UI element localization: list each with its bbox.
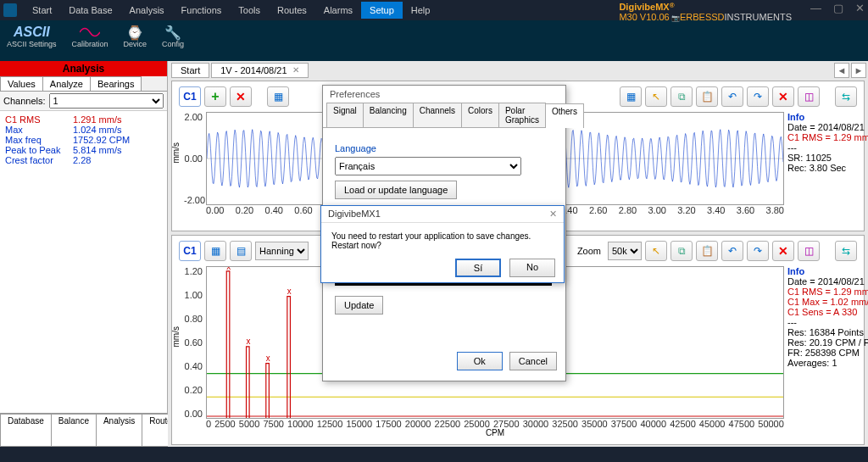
menu-bar: Start Data Base Analysis Functions Tools… (0, 0, 868, 20)
brand-name: DigivibeMX (619, 2, 669, 12)
menu-database[interactable]: Data Base (60, 2, 120, 19)
ok-button[interactable]: Ok (457, 352, 503, 370)
msgbox-buttons: Sí No (455, 259, 555, 277)
prefs-tabs: Signal Balancing Channels Colors Polar G… (323, 103, 565, 128)
doc-tab-record[interactable]: 1V - 2014/08/21✕ (211, 63, 308, 78)
tab-nav-right[interactable]: ► (851, 63, 866, 78)
no-button[interactable]: No (509, 259, 555, 277)
channel-button[interactable]: C1 (179, 241, 201, 261)
info-header: Info (787, 266, 857, 276)
brand-block: DigivibeMX® M30 V10.06 📷ERBESSDINSTRUMEN… (619, 2, 792, 22)
svg-text:x: x (226, 266, 231, 271)
paste-icon[interactable]: 📋 (696, 86, 718, 107)
menu-tools[interactable]: Tools (230, 2, 269, 19)
menu-analysis[interactable]: Analysis (121, 2, 173, 19)
copy-icon[interactable]: ⧉ (670, 241, 693, 261)
redo-icon[interactable]: ↷ (747, 86, 769, 107)
window-controls: — ▢ ✕ (810, 2, 865, 14)
layout-icon[interactable]: ◫ (798, 86, 820, 107)
prefs-tab-balancing[interactable]: Balancing (363, 103, 414, 127)
compare-icon[interactable]: ⇆ (835, 241, 857, 261)
table-icon[interactable]: ▦ (620, 86, 642, 107)
channels-select[interactable]: 1 (49, 93, 164, 109)
stats-block: C1 RMS1.291 mm/s Max1.024 mm/s Max freq1… (0, 111, 167, 169)
update-button[interactable]: Update (335, 296, 383, 314)
add-button[interactable]: + (204, 86, 226, 107)
maximize-icon[interactable]: ▢ (833, 2, 843, 14)
window-select[interactable]: Hanning (255, 242, 309, 260)
brand-suffix: INSTRUMENTS (725, 12, 792, 22)
analysis-header: Analysis (0, 61, 167, 76)
grid-icon[interactable]: ▦ (267, 86, 289, 107)
stat-value: 1.024 mm/s (73, 125, 121, 135)
menu-setup[interactable]: Setup (361, 2, 403, 19)
tab-nav-left[interactable]: ◄ (834, 63, 849, 78)
y-axis-label: mm/s (171, 326, 181, 347)
minimize-icon[interactable]: — (810, 2, 821, 14)
stat-value: 1752.92 CPM (73, 135, 130, 145)
language-select[interactable]: Français (335, 157, 521, 175)
chart-info: Info Date = 2014/08/21 C1 RMS = 1.29 mm/… (787, 266, 857, 368)
stat-label: C1 RMS (5, 114, 73, 125)
prefs-tab-signal[interactable]: Signal (326, 103, 364, 127)
chart-info: Info Date = 2014/08/21 C1 RMS = 1.29 mm/… (787, 112, 857, 173)
undo-icon[interactable]: ↶ (721, 86, 743, 107)
copy-icon[interactable]: ⧉ (670, 86, 693, 107)
stat-value: 5.814 mm/s (73, 145, 121, 155)
tab-analyze[interactable]: Analyze (42, 76, 91, 91)
delete-icon[interactable]: ✕ (772, 86, 794, 107)
msgbox-close-icon[interactable]: ✕ (549, 209, 557, 220)
ribbon-config[interactable]: 🔧Config (162, 24, 184, 49)
remove-button[interactable]: ✕ (230, 86, 252, 107)
y-axis-label: mm/s (171, 142, 181, 163)
cursor-icon[interactable]: ↖ (645, 241, 667, 261)
bottom-tab-balance[interactable]: Balance (51, 414, 97, 447)
info-header: Info (787, 112, 857, 122)
prefs-tab-colors[interactable]: Colors (461, 103, 499, 127)
y-ticks: 2.000.00-2.00 (184, 112, 203, 205)
load-language-button[interactable]: Load or update language (335, 181, 457, 199)
cancel-button[interactable]: Cancel (509, 352, 557, 370)
stat-label: Crest factor (5, 155, 73, 165)
stat-label: Peak to Peak (5, 145, 73, 155)
left-panel: Analysis Values Analyze Bearings Channel… (0, 61, 168, 447)
prefs-tab-channels[interactable]: Channels (413, 103, 462, 127)
redo-icon[interactable]: ↷ (747, 241, 769, 261)
menu-alarms[interactable]: Alarms (315, 2, 361, 19)
prefs-tab-polar[interactable]: Polar Graphics (498, 103, 546, 127)
tab-values[interactable]: Values (0, 76, 43, 91)
brand-company: ERBESSD (680, 12, 725, 22)
msgbox-text: You need to restart your application to … (321, 223, 564, 259)
watch-icon: ⌚ (125, 24, 145, 41)
ribbon-toolbar: ASCIIASCII Settings Calibration ⌚Device … (0, 20, 868, 61)
yes-button[interactable]: Sí (455, 259, 501, 277)
svg-text:x: x (247, 337, 252, 347)
close-icon[interactable]: ✕ (855, 2, 865, 14)
channel-button[interactable]: C1 (179, 86, 201, 107)
cursor-icon[interactable]: ↖ (645, 86, 667, 107)
bottom-tab-database[interactable]: Database (0, 414, 52, 447)
prefs-tab-others[interactable]: Others (545, 103, 584, 128)
menu-routes[interactable]: Routes (269, 2, 315, 19)
doc-tab-start[interactable]: Start (171, 63, 209, 78)
delete-icon[interactable]: ✕ (772, 241, 794, 261)
grid3-icon[interactable]: ▤ (230, 241, 252, 261)
ribbon-device[interactable]: ⌚Device (124, 24, 147, 49)
layout-icon[interactable]: ◫ (798, 241, 820, 261)
menu-help[interactable]: Help (403, 2, 439, 19)
compare-icon[interactable]: ⇆ (835, 86, 857, 107)
zoom-select[interactable]: 50k (608, 242, 642, 260)
menu-functions[interactable]: Functions (173, 2, 231, 19)
ribbon-calibration[interactable]: Calibration (72, 24, 108, 49)
menu-start[interactable]: Start (24, 2, 60, 19)
grid2-icon[interactable]: ▦ (204, 241, 226, 261)
bottom-tab-analysis[interactable]: Analysis (96, 414, 142, 447)
paste-icon[interactable]: 📋 (696, 241, 718, 261)
undo-icon[interactable]: ↶ (721, 241, 743, 261)
wrench-icon: 🔧 (163, 24, 183, 41)
close-tab-icon[interactable]: ✕ (292, 65, 299, 75)
ribbon-ascii[interactable]: ASCIIASCII Settings (7, 24, 57, 49)
left-tabs: Values Analyze Bearings (0, 76, 167, 92)
tab-bearings[interactable]: Bearings (90, 76, 142, 91)
stat-label: Max (5, 125, 73, 135)
